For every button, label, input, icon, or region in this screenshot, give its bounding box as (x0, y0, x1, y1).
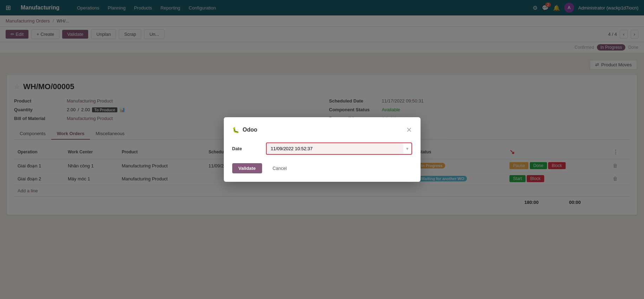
modal-bug-icon: 🐛 (232, 127, 239, 133)
modal-input-wrapper: ▾ (266, 142, 412, 155)
modal-cancel-button[interactable]: Cancel (266, 163, 293, 173)
modal-overlay[interactable]: 🐛 Odoo ✕ Date ▾ Validate Cancel (0, 0, 644, 222)
modal-date-label: Date (232, 146, 260, 151)
modal-close-button[interactable]: ✕ (406, 126, 412, 134)
modal-actions: Validate Cancel (232, 163, 412, 173)
modal-dropdown-icon[interactable]: ▾ (403, 146, 411, 151)
modal-title: Odoo (243, 127, 258, 133)
modal-date-field: Date ▾ (232, 142, 412, 155)
modal-validate-button[interactable]: Validate (232, 163, 262, 173)
modal-dialog: 🐛 Odoo ✕ Date ▾ Validate Cancel (224, 117, 421, 182)
modal-header: 🐛 Odoo ✕ (232, 126, 412, 134)
modal-date-input[interactable] (267, 143, 403, 154)
modal-title-area: 🐛 Odoo (232, 127, 258, 133)
